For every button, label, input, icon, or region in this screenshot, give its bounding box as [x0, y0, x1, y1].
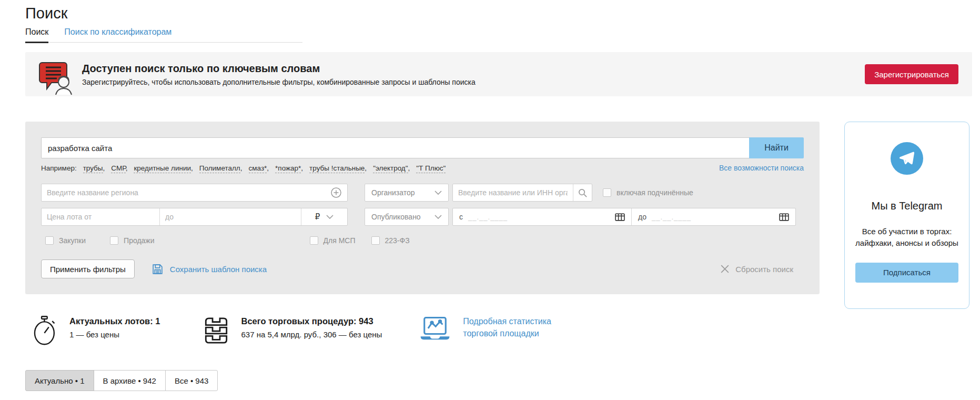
- stopwatch-icon: [32, 315, 58, 346]
- top-tabs: Поиск Поиск по классификаторам: [25, 27, 302, 43]
- date-to-mask: __.__.____: [652, 213, 691, 221]
- date-to-field[interactable]: до __.__.____: [632, 208, 795, 225]
- date-from-mask: __.__.____: [468, 213, 508, 221]
- page-title: Поиск: [25, 4, 972, 22]
- include-subordinates-checkbox[interactable]: включая подчинённые: [603, 188, 693, 197]
- checkbox-box: [110, 236, 118, 245]
- fz223-checkbox[interactable]: 223-ФЗ: [371, 236, 410, 245]
- filter-row-checkboxes: Закупки Продажи Для МСП 223-ФЗ: [41, 236, 804, 245]
- lot-price-field: ₽: [41, 208, 348, 226]
- search-filters-panel: Найти Например: трубы СМР кредитные лини…: [25, 122, 820, 294]
- price-from-segment: [42, 208, 160, 225]
- region-field: [41, 184, 348, 202]
- layers-stack-icon: [203, 315, 230, 346]
- add-region-icon[interactable]: [330, 187, 342, 198]
- checkbox-box: [371, 236, 380, 245]
- laptop-chart-icon: [419, 315, 451, 343]
- floppy-disk-icon: [151, 263, 164, 275]
- lots-subtitle: 1 — без цены: [69, 330, 160, 339]
- checkbox-box: [310, 236, 318, 245]
- promo-banner: Доступен поиск только по ключевым словам…: [25, 52, 972, 96]
- published-date-range: с __.__.____ до __.__.____: [452, 208, 796, 226]
- checkbox-label: включая подчинённые: [617, 188, 693, 197]
- organizer-search-icon[interactable]: [573, 184, 592, 201]
- all-search-features-link[interactable]: Все возможности поиска: [719, 164, 804, 172]
- checkbox-label: Для МСП: [324, 236, 356, 245]
- region-input[interactable]: [42, 188, 330, 197]
- banner-text: Доступен поиск только по ключевым словам…: [82, 63, 476, 86]
- price-to-input[interactable]: [160, 208, 301, 225]
- result-tab-all[interactable]: Все • 943: [165, 370, 218, 391]
- save-template-link[interactable]: Сохранить шаблон поиска: [170, 265, 267, 274]
- detailed-stats-link[interactable]: Подробная статистика торговой площадки: [463, 315, 560, 339]
- filter-row-1: Организатор включая подчинённые: [41, 184, 804, 202]
- published-select[interactable]: Опубликовано: [365, 208, 449, 226]
- filter-actions-row: Применить фильтры Сохранить шаблон поиск…: [41, 259, 804, 278]
- tab-classifier-search[interactable]: Поиск по классификаторам: [64, 27, 171, 43]
- actual-lots-stat: Актуальных лотов: 1 1 — без цены: [32, 315, 160, 346]
- telegram-title: Мы в Telegram: [855, 200, 958, 212]
- example-query[interactable]: "Т Плюс": [416, 164, 446, 172]
- search-row: Найти: [41, 137, 804, 158]
- result-tab-archive[interactable]: В архиве • 942: [94, 370, 166, 391]
- example-query[interactable]: трубы: [83, 164, 105, 172]
- stats-row: Актуальных лотов: 1 1 — без цены Всего т…: [32, 315, 972, 346]
- organizer-select-value: Организатор: [371, 188, 415, 197]
- chevron-down-icon: [435, 191, 442, 195]
- subscribe-button[interactable]: Подписаться: [855, 263, 958, 283]
- result-tab-actual[interactable]: Актуально • 1: [25, 370, 94, 391]
- checkbox-box: [45, 236, 54, 245]
- result-tabs: Актуально • 1 В архиве • 942 Все • 943: [25, 370, 972, 391]
- reset-search[interactable]: Сбросить поиск: [721, 265, 793, 274]
- telegram-description: Все об участии в торгах: лайфхаки, анонс…: [855, 226, 958, 249]
- main-row: Найти Например: трубы СМР кредитные лини…: [25, 122, 972, 309]
- search-page: Поиск Поиск Поиск по классификаторам Дос…: [0, 4, 980, 391]
- example-query[interactable]: Полиметалл: [199, 164, 243, 172]
- checkbox-label: Продажи: [124, 236, 154, 245]
- save-template[interactable]: Сохранить шаблон поиска: [151, 263, 267, 275]
- banner-title: Доступен поиск только по ключевым словам: [82, 63, 476, 75]
- apply-filters-button[interactable]: Применить фильтры: [41, 259, 135, 278]
- find-button[interactable]: Найти: [749, 137, 804, 158]
- lots-title: Актуальных лотов: 1: [69, 316, 160, 326]
- example-query[interactable]: СМР: [111, 164, 127, 172]
- example-query[interactable]: "электрод": [373, 164, 410, 172]
- telegram-icon: [891, 142, 923, 175]
- date-from-label: с: [459, 213, 463, 221]
- register-button[interactable]: Зарегистрироваться: [865, 64, 958, 84]
- checkbox-label: 223-ФЗ: [385, 236, 410, 245]
- example-query[interactable]: трубы !стальные: [309, 164, 367, 172]
- date-from-field[interactable]: с __.__.____: [453, 208, 632, 225]
- example-query[interactable]: смаз*: [249, 164, 269, 172]
- organizer-select[interactable]: Организатор: [365, 184, 449, 202]
- price-to-segment: [160, 208, 301, 225]
- tab-search[interactable]: Поиск: [25, 27, 48, 43]
- calendar-icon[interactable]: [615, 213, 625, 221]
- search-examples: Например: трубы СМР кредитные линии Поли…: [41, 164, 804, 172]
- purchases-checkbox[interactable]: Закупки: [45, 236, 86, 245]
- chevron-down-icon: [435, 215, 442, 219]
- published-select-value: Опубликовано: [371, 213, 421, 221]
- organizer-input[interactable]: [453, 188, 573, 197]
- banner-subtitle: Зарегистрируйтесь, чтобы использовать до…: [82, 78, 476, 86]
- example-query[interactable]: кредитные линии: [134, 164, 193, 172]
- price-from-input[interactable]: [42, 208, 159, 225]
- detailed-stats: Подробная статистика торговой площадки: [419, 315, 560, 343]
- filter-row-2: ₽ Опубликовано с __.__.____: [41, 208, 804, 226]
- examples-label: Например:: [41, 164, 77, 172]
- search-input[interactable]: [41, 137, 749, 158]
- total-procedures-stat: Всего торговых процедур: 943 637 на 5,4 …: [203, 315, 382, 346]
- checkbox-label: Закупки: [59, 236, 86, 245]
- procedures-subtitle: 637 на 5,4 млрд. руб., 306 — без цены: [241, 330, 382, 339]
- sales-checkbox[interactable]: Продажи: [110, 236, 154, 245]
- currency-select[interactable]: ₽: [301, 208, 347, 225]
- organizer-field: [452, 184, 592, 202]
- procedures-title: Всего торговых процедур: 943: [241, 316, 382, 326]
- msp-checkbox[interactable]: Для МСП: [310, 236, 356, 245]
- date-to-label: до: [638, 213, 646, 221]
- example-query[interactable]: *пожар*: [275, 164, 303, 172]
- calendar-icon[interactable]: [779, 213, 789, 221]
- chevron-down-icon: [326, 215, 334, 219]
- currency-value: ₽: [315, 212, 320, 222]
- close-icon: [721, 265, 729, 273]
